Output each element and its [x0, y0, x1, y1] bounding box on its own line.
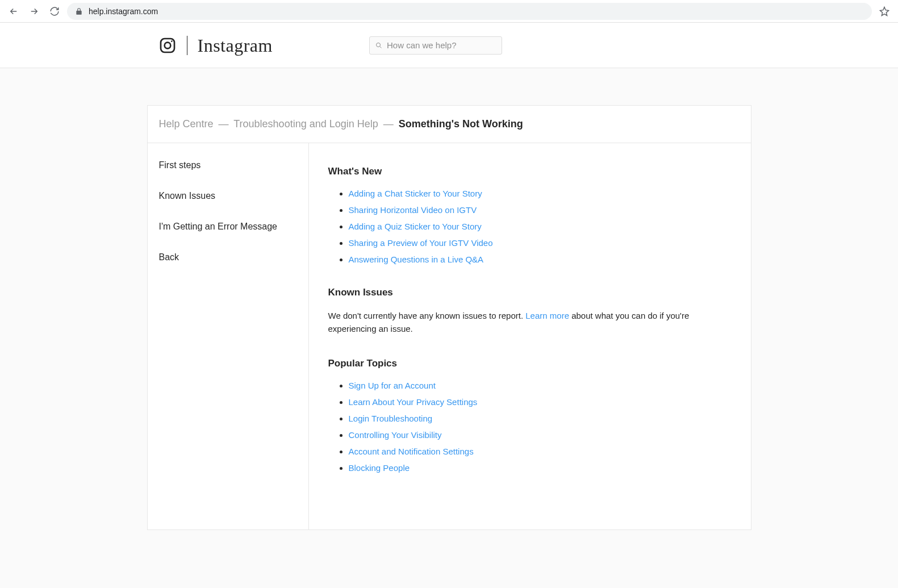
instagram-wordmark: Instagram [198, 36, 273, 55]
bookmark-button[interactable] [876, 3, 892, 19]
list-item: Sharing a Preview of Your IGTV Video [349, 238, 732, 248]
help-link[interactable]: Controlling Your Visibility [349, 430, 442, 440]
list-item: Sign Up for an Account [349, 381, 732, 390]
sidebar-item-error-message[interactable]: I'm Getting an Error Message [148, 211, 308, 242]
page-body: Help Centre — Troubleshooting and Login … [0, 68, 898, 588]
list-item: Sharing Horizontal Video on IGTV [349, 205, 732, 215]
back-button[interactable] [6, 3, 22, 19]
list-item: Login Troubleshooting [349, 414, 732, 423]
sidebar-item-known-issues[interactable]: Known Issues [148, 181, 308, 211]
sidebar-item-first-steps[interactable]: First steps [148, 150, 308, 181]
main-content: What's New Adding a Chat Sticker to Your… [309, 143, 751, 529]
sidebar-item-label: Known Issues [159, 191, 216, 201]
lock-icon [75, 7, 83, 15]
list-item: Adding a Quiz Sticker to Your Story [349, 222, 732, 231]
help-link[interactable]: Adding a Chat Sticker to Your Story [349, 189, 482, 198]
whats-new-list: Adding a Chat Sticker to Your Story Shar… [328, 189, 732, 264]
help-link[interactable]: Login Troubleshooting [349, 414, 433, 423]
forward-button[interactable] [26, 3, 42, 19]
section-whats-new: What's New Adding a Chat Sticker to Your… [328, 166, 732, 264]
svg-rect-0 [161, 39, 174, 52]
popular-topics-list: Sign Up for an Account Learn About Your … [328, 381, 732, 473]
reload-button[interactable] [47, 3, 62, 19]
help-link[interactable]: Sharing Horizontal Video on IGTV [349, 205, 477, 215]
sidebar: First steps Known Issues I'm Getting an … [148, 143, 309, 529]
search-icon [375, 42, 382, 49]
section-title: What's New [328, 166, 732, 177]
section-known-issues: Known Issues We don't currently have any… [328, 287, 732, 335]
reload-icon [49, 6, 60, 16]
search-input[interactable] [387, 40, 496, 50]
instagram-glyph-icon [158, 36, 177, 55]
list-item: Blocking People [349, 463, 732, 473]
logo-divider [187, 36, 187, 55]
star-icon [879, 6, 889, 16]
help-link[interactable]: Sharing a Preview of Your IGTV Video [349, 238, 493, 248]
list-item: Learn About Your Privacy Settings [349, 397, 732, 407]
browser-chrome: help.instagram.com [0, 0, 898, 23]
page-header: Instagram [0, 23, 898, 68]
section-title: Known Issues [328, 287, 732, 298]
help-link[interactable]: Learn About Your Privacy Settings [349, 397, 478, 407]
sidebar-item-label: First steps [159, 160, 201, 170]
breadcrumb-link[interactable]: Troubleshooting and Login Help [233, 118, 378, 130]
help-link[interactable]: Blocking People [349, 463, 410, 473]
breadcrumb: Help Centre — Troubleshooting and Login … [148, 106, 751, 143]
help-link[interactable]: Adding a Quiz Sticker to Your Story [349, 222, 482, 231]
breadcrumb-link[interactable]: Help Centre [159, 118, 214, 130]
known-issues-text: We don't currently have any known issues… [328, 310, 732, 335]
svg-point-3 [376, 43, 380, 47]
logo[interactable]: Instagram [158, 36, 273, 55]
section-popular-topics: Popular Topics Sign Up for an Account Le… [328, 358, 732, 473]
sidebar-item-label: Back [159, 252, 179, 262]
content-card: Help Centre — Troubleshooting and Login … [147, 105, 751, 530]
list-item: Adding a Chat Sticker to Your Story [349, 189, 732, 198]
help-link[interactable]: Account and Notification Settings [349, 447, 474, 456]
svg-point-1 [164, 42, 170, 48]
sidebar-item-back[interactable]: Back [148, 242, 308, 273]
sidebar-item-label: I'm Getting an Error Message [159, 222, 277, 231]
section-title: Popular Topics [328, 358, 732, 369]
svg-point-2 [171, 40, 173, 42]
breadcrumb-current: Something's Not Working [399, 118, 523, 130]
arrow-right-icon [29, 6, 39, 16]
address-bar[interactable]: help.instagram.com [67, 3, 872, 20]
text-fragment: We don't currently have any known issues… [328, 311, 526, 320]
help-link[interactable]: Answering Questions in a Live Q&A [349, 255, 484, 264]
help-link[interactable]: Sign Up for an Account [349, 381, 436, 390]
search-box[interactable] [369, 36, 502, 55]
url-text: help.instagram.com [89, 7, 158, 16]
arrow-left-icon [9, 6, 19, 16]
list-item: Controlling Your Visibility [349, 430, 732, 440]
list-item: Answering Questions in a Live Q&A [349, 255, 732, 264]
breadcrumb-separator: — [383, 118, 394, 130]
breadcrumb-separator: — [219, 118, 229, 130]
learn-more-link[interactable]: Learn more [525, 311, 569, 320]
list-item: Account and Notification Settings [349, 447, 732, 456]
